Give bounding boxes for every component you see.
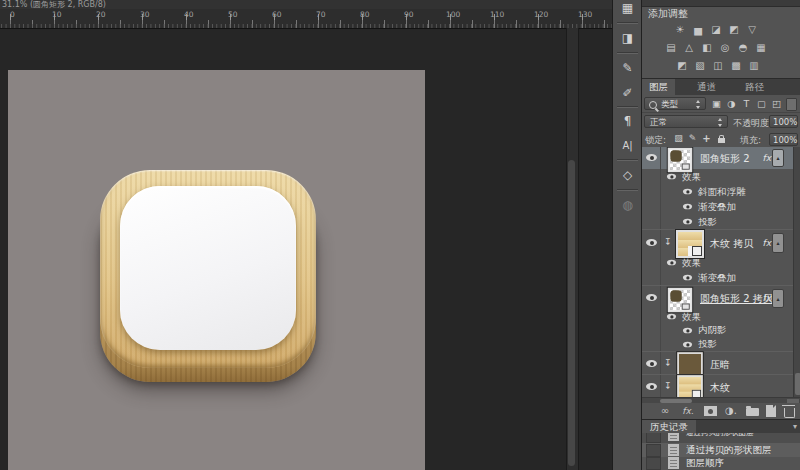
visibility-eye-icon[interactable] — [683, 328, 692, 334]
brush-presets-panel-icon[interactable]: ✐ — [613, 83, 642, 103]
fx-badge[interactable]: fx — [763, 153, 772, 163]
layer-filtering-toggle[interactable] — [786, 98, 797, 111]
visibility-eye-icon[interactable] — [646, 383, 657, 390]
posterize-adjustment-icon[interactable]: ▧ — [692, 58, 708, 73]
collapse-effects-icon[interactable]: ▴ — [772, 149, 784, 167]
brush-panel-icon[interactable]: ✎ — [613, 58, 642, 78]
history-panel-menu-icon[interactable]: ▾ — [793, 420, 797, 434]
filter-smart-objects-icon[interactable]: ◰ — [770, 98, 783, 109]
scrollbar-thumb[interactable] — [795, 373, 800, 395]
tab-paths[interactable]: 路径 — [738, 79, 771, 95]
character-panel-icon[interactable]: A| — [613, 136, 642, 156]
visibility-eye-icon[interactable] — [667, 314, 676, 320]
filter-adjustment-layers-icon[interactable]: ◑ — [725, 98, 738, 109]
new-layer-icon[interactable] — [766, 405, 776, 417]
document-vertical-scrollbar[interactable] — [566, 28, 579, 470]
effect-row[interactable]: 投影 — [642, 337, 793, 351]
filter-pixel-layers-icon[interactable]: ▣ — [710, 98, 723, 109]
filter-kind-select[interactable]: 类型 — [644, 97, 706, 110]
lock-all-icon[interactable] — [718, 138, 725, 143]
exposure-adjustment-icon[interactable]: ◩ — [726, 22, 742, 37]
layer-row[interactable]: 圆角矩形 2 fx ▴ — [642, 147, 793, 169]
layer-row[interactable]: ↧ 木纹 — [642, 374, 793, 397]
color-lookup-adjustment-icon[interactable]: ▦ — [753, 40, 769, 55]
history-item[interactable]: 通过拷贝的形状图层 — [642, 443, 800, 457]
selective-color-adjustment-icon[interactable]: ▥ — [746, 58, 762, 73]
layer-row[interactable]: ↧ 压暗 — [642, 351, 793, 375]
collapse-effects-icon[interactable]: ▴ — [772, 289, 784, 308]
notes-panel-icon[interactable]: ◍ — [613, 195, 642, 215]
blend-mode-select[interactable]: 正常 — [644, 115, 728, 128]
filter-type-layers-icon[interactable]: T — [740, 98, 753, 109]
layer-list-scrollbar[interactable] — [793, 147, 800, 397]
visibility-eye-icon[interactable] — [646, 360, 657, 367]
add-layer-mask-icon[interactable] — [704, 406, 717, 416]
history-item-clipped[interactable]: 通过拷贝的形状图层 — [642, 433, 800, 443]
fx-badge[interactable]: fx — [763, 238, 772, 248]
opacity-field[interactable]: 100% ▾ — [769, 115, 798, 128]
layer-row[interactable]: 圆角矩形 2 拷贝 fx ▴ — [642, 285, 793, 310]
invert-adjustment-icon[interactable]: ◩ — [674, 58, 690, 73]
layer-row[interactable]: ↧ 木纹 拷贝 fx ▴ — [642, 229, 793, 256]
effects-row[interactable]: 效果 — [642, 169, 793, 184]
new-adjustment-layer-icon[interactable]: ◑. — [724, 403, 738, 419]
visibility-eye-icon[interactable] — [683, 342, 692, 348]
brightness-contrast-adjustment-icon[interactable]: ☀ — [672, 22, 688, 37]
visibility-eye-icon[interactable] — [646, 294, 657, 301]
channel-mixer-adjustment-icon[interactable]: ◓ — [735, 40, 751, 55]
layer-name[interactable]: 木纹 拷贝 — [710, 237, 753, 251]
lock-image-pixels-icon[interactable]: ✎ — [686, 133, 699, 143]
visibility-eye-icon[interactable] — [683, 219, 692, 225]
effect-row[interactable]: 投影 — [642, 214, 793, 229]
styles-panel-icon[interactable]: ◨ — [613, 28, 642, 48]
visibility-eye-icon[interactable] — [683, 275, 692, 281]
history-source-well[interactable] — [646, 433, 661, 443]
layer-name[interactable]: 圆角矩形 2 — [700, 152, 750, 166]
tab-history[interactable]: 历史记录 — [642, 420, 696, 434]
visibility-eye-icon[interactable] — [667, 260, 676, 266]
history-item[interactable]: 图层顺序 — [642, 457, 800, 470]
filter-shape-layers-icon[interactable]: ▢ — [755, 98, 768, 109]
effect-row[interactable]: 斜面和浮雕 — [642, 184, 793, 199]
threshold-adjustment-icon[interactable]: ◫ — [710, 58, 726, 73]
visibility-eye-icon[interactable] — [683, 204, 692, 210]
effect-row[interactable]: 内阴影 — [642, 323, 793, 337]
visibility-eye-icon[interactable] — [683, 189, 692, 195]
visibility-eye-icon[interactable] — [646, 239, 657, 246]
add-layer-style-icon[interactable]: fx. — [680, 403, 696, 419]
effects-row[interactable]: 效果 — [642, 255, 793, 270]
link-layers-icon[interactable]: ∞ — [658, 403, 672, 419]
effect-row[interactable]: 渐变叠加 — [642, 270, 793, 285]
black-white-adjustment-icon[interactable]: ◧ — [699, 40, 715, 55]
horizontal-ruler[interactable]: 0 10 20 30 40 50 60 70 80 90 100 110 120… — [0, 9, 612, 29]
gradient-map-adjustment-icon[interactable]: ▩ — [728, 58, 744, 73]
document-canvas[interactable] — [8, 70, 425, 470]
layer-name[interactable]: 木纹 — [710, 381, 730, 395]
lock-transparent-pixels-icon[interactable]: ▨ — [672, 133, 685, 143]
vibrance-adjustment-icon[interactable]: ▽ — [744, 22, 760, 37]
tab-channels[interactable]: 通道 — [690, 79, 723, 95]
scrollbar-thumb[interactable] — [568, 160, 575, 466]
history-source-well[interactable] — [646, 444, 661, 457]
photo-filter-adjustment-icon[interactable]: ◎ — [717, 40, 733, 55]
layer-thumbnail[interactable] — [677, 375, 703, 397]
hue-saturation-adjustment-icon[interactable]: ▤ — [663, 40, 679, 55]
tab-layers[interactable]: 图层 — [642, 79, 675, 95]
curves-adjustment-icon[interactable]: ◪ — [708, 22, 724, 37]
history-source-well[interactable] — [646, 457, 661, 470]
color-balance-adjustment-icon[interactable]: △ — [681, 40, 697, 55]
3d-panel-icon[interactable]: ◇ — [613, 165, 642, 185]
effect-row[interactable]: 渐变叠加 — [642, 199, 793, 214]
delete-layer-icon[interactable] — [784, 408, 795, 418]
collapse-effects-icon[interactable]: ▴ — [772, 233, 784, 253]
effects-row[interactable]: 效果 — [642, 309, 793, 323]
fill-field[interactable]: 100% ▾ — [769, 133, 798, 146]
visibility-eye-icon[interactable] — [646, 154, 657, 161]
levels-adjustment-icon[interactable]: ▅ — [690, 22, 706, 37]
fx-badge[interactable]: fx — [763, 293, 772, 303]
new-group-icon[interactable] — [746, 408, 759, 416]
lock-position-icon[interactable]: + — [700, 133, 713, 144]
layer-thumbnail[interactable] — [676, 230, 704, 258]
swatches-panel-icon[interactable]: ▦ — [613, 0, 642, 18]
layer-name[interactable]: 压暗 — [710, 358, 730, 372]
